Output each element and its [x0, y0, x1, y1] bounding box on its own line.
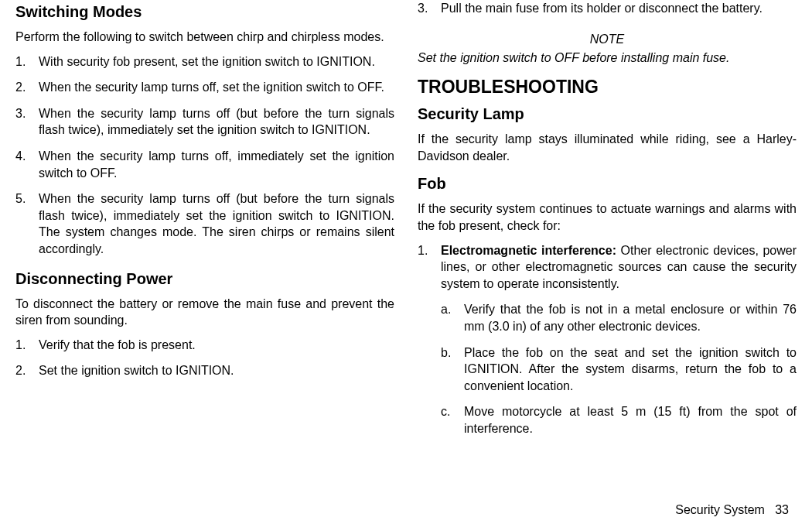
footer-page-number: 33: [775, 503, 789, 516]
emi-bold: Electromagnetic interference:: [441, 244, 616, 257]
security-lamp-para: If the security lamp stays illuminated w…: [418, 131, 797, 164]
security-lamp-heading: Security Lamp: [418, 105, 797, 123]
note-text: Set the ignition switch to OFF before in…: [418, 50, 797, 67]
list-item: 3. When the security lamp turns off (but…: [15, 105, 394, 139]
left-column: Switching Modes Perform the following to…: [15, 0, 394, 480]
list-item: 2. When the security lamp turns off, set…: [15, 79, 394, 96]
fob-para: If the security system continues to actu…: [418, 200, 797, 234]
right-column: 3. Pull the main fuse from its holder or…: [418, 0, 797, 480]
list-number: 3.: [418, 0, 441, 17]
list-text: Pull the main fuse from its holder or di…: [441, 0, 797, 17]
list-item: 2. Set the ignition switch to IGNITION.: [15, 362, 394, 379]
switching-modes-intro: Perform the following to switch between …: [15, 29, 394, 46]
sublist-item: b. Place the fob on the seat and set the…: [441, 344, 797, 395]
sublist-text: Place the fob on the seat and set the ig…: [464, 344, 797, 395]
list-number: 2.: [15, 79, 39, 96]
fob-heading: Fob: [418, 175, 797, 193]
sublist-letter: a.: [441, 301, 464, 334]
switching-modes-heading: Switching Modes: [15, 3, 394, 21]
list-text: With security fob present, set the ignit…: [39, 53, 394, 70]
list-text: When the security lamp turns off (but be…: [39, 190, 394, 257]
footer-section: Security System: [675, 503, 765, 516]
sublist-letter: c.: [441, 403, 464, 437]
sublist-item: c. Move motorcycle at least 5 m (15 ft) …: [441, 403, 797, 437]
list-item: 3. Pull the main fuse from its holder or…: [418, 0, 797, 17]
troubleshooting-heading: TROUBLESHOOTING: [418, 77, 797, 98]
sublist-text: Move motorcycle at least 5 m (15 ft) fro…: [464, 403, 797, 437]
list-item: 4. When the security lamp turns off, imm…: [15, 148, 394, 181]
sublist-letter: b.: [441, 344, 464, 395]
list-number: 5.: [15, 190, 39, 257]
list-number: 2.: [15, 362, 39, 379]
list-item: 1. With security fob present, set the ig…: [15, 53, 394, 70]
list-number: 4.: [15, 148, 39, 181]
sublist-item: a. Verify that the fob is not in a metal…: [441, 301, 797, 334]
note-label: NOTE: [418, 33, 797, 46]
list-item: 5. When the security lamp turns off (but…: [15, 190, 394, 257]
list-number: 1.: [15, 53, 39, 70]
list-text: Set the ignition switch to IGNITION.: [39, 362, 394, 379]
sublist-text: Verify that the fob is not in a metal en…: [464, 301, 797, 334]
list-text: Electromagnetic interference: Other elec…: [441, 242, 797, 293]
list-item: 1. Verify that the fob is present.: [15, 337, 394, 354]
list-text: When the security lamp turns off (but be…: [39, 105, 394, 139]
disconnecting-power-heading: Disconnecting Power: [15, 270, 394, 288]
list-text: When the security lamp turns off, immedi…: [39, 148, 394, 181]
list-number: 1.: [15, 337, 39, 354]
list-number: 1.: [418, 242, 441, 293]
list-text: When the security lamp turns off, set th…: [39, 79, 394, 96]
list-text: Verify that the fob is present.: [39, 337, 394, 354]
page-footer: Security System 33: [675, 503, 789, 517]
list-item: 1. Electromagnetic interference: Other e…: [418, 242, 797, 293]
list-number: 3.: [15, 105, 39, 139]
disconnecting-power-intro: To disconnect the battery or remove the …: [15, 296, 394, 329]
